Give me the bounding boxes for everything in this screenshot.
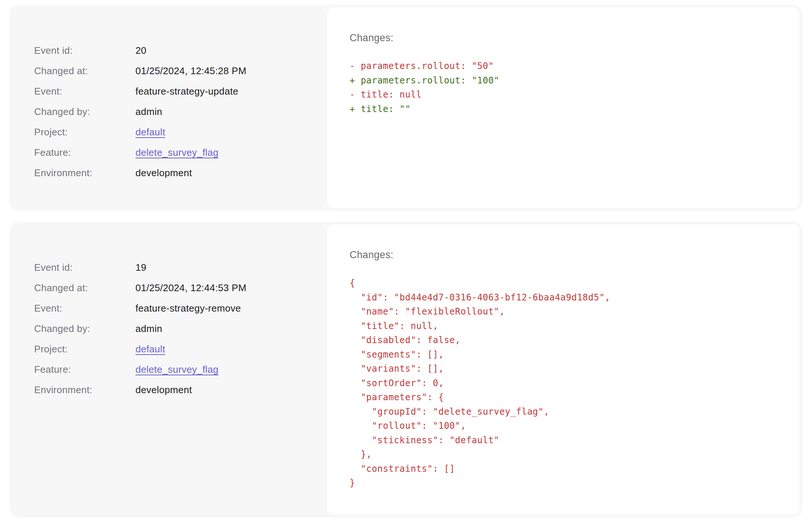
detail-value-link[interactable]: default [135,127,165,137]
changes-panel: Changes: { "id": "bd44e4d7-0316-4063-bf1… [327,224,799,514]
detail-label: Event id: [34,46,135,55]
detail-label: Changed by: [34,107,135,116]
event-details-panel: Event id:19Changed at:01/25/2024, 12:44:… [13,224,327,514]
detail-row: Changed by:admin [34,107,312,116]
detail-value: 20 [135,46,147,55]
detail-row: Environment:development [34,385,312,395]
detail-value-link[interactable]: delete_survey_flag [135,365,219,374]
detail-label: Event id: [34,263,135,272]
code-line-removed: "segments": [], [350,348,777,362]
code-line-removed: "name": "flexibleRollout", [350,305,777,319]
changes-heading: Changes: [350,33,777,43]
event-details-panel: Event id:20Changed at:01/25/2024, 12:45:… [13,7,327,208]
detail-label: Project: [34,344,135,354]
code-line-removed: "disabled": false, [350,333,777,348]
code-line-added: + title: "" [350,102,777,116]
code-line-removed: "groupId": "delete_survey_flag", [350,405,777,419]
code-line-removed: - parameters.rollout: "50" [350,59,777,73]
changes-heading: Changes: [350,250,777,260]
detail-label: Event: [34,303,135,313]
code-line-removed: "sortOrder": 0, [350,376,777,391]
detail-row: Project:default [34,127,312,137]
detail-label: Environment: [34,385,135,395]
detail-value: development [135,385,192,395]
detail-label: Changed by: [34,324,135,333]
detail-row: Event:feature-strategy-remove [34,303,312,313]
code-line-removed: "constraints": [] [350,462,777,476]
detail-row: Feature:delete_survey_flag [34,148,312,157]
event-card: Event id:20Changed at:01/25/2024, 12:45:… [10,5,802,211]
detail-label: Event: [34,86,135,96]
event-card: Event id:19Changed at:01/25/2024, 12:44:… [10,222,802,517]
detail-row: Changed by:admin [34,324,312,333]
changes-panel: Changes: - parameters.rollout: "50"+ par… [327,7,799,208]
detail-value: 01/25/2024, 12:44:53 PM [135,283,246,293]
detail-label: Feature: [34,148,135,157]
event-log: Event id:20Changed at:01/25/2024, 12:45:… [0,0,812,517]
code-line-removed: "rollout": "100", [350,419,777,433]
detail-value-link[interactable]: delete_survey_flag [135,148,219,157]
code-line-removed: "stickiness": "default" [350,433,777,448]
detail-value: admin [135,324,162,333]
code-line-removed: }, [350,447,777,462]
detail-value: development [135,168,192,178]
detail-value: admin [135,107,162,116]
code-line-removed: - title: null [350,88,777,102]
detail-row: Environment:development [34,168,312,178]
detail-value: feature-strategy-remove [135,303,241,313]
changes-code: { "id": "bd44e4d7-0316-4063-bf12-6baa4a9… [350,276,777,490]
code-line-removed: "variants": [], [350,362,777,376]
code-line-removed: } [350,476,777,490]
changes-code: - parameters.rollout: "50"+ parameters.r… [350,59,777,116]
code-line-added: + parameters.rollout: "100" [350,73,777,88]
detail-value: feature-strategy-update [135,86,238,96]
code-line-removed: "title": null, [350,319,777,333]
code-line-removed: "parameters": { [350,390,777,405]
detail-row: Event id:20 [34,46,312,55]
detail-label: Project: [34,127,135,137]
detail-value: 01/25/2024, 12:45:28 PM [135,66,246,76]
detail-row: Event id:19 [34,263,312,272]
detail-row: Event:feature-strategy-update [34,86,312,96]
detail-row: Changed at:01/25/2024, 12:45:28 PM [34,66,312,76]
detail-row: Feature:delete_survey_flag [34,365,312,374]
detail-label: Feature: [34,365,135,374]
detail-label: Environment: [34,168,135,178]
detail-row: Project:default [34,344,312,354]
code-line-removed: { [350,276,777,290]
detail-value-link[interactable]: default [135,344,165,354]
detail-value: 19 [135,263,147,272]
detail-label: Changed at: [34,283,135,293]
detail-row: Changed at:01/25/2024, 12:44:53 PM [34,283,312,293]
detail-label: Changed at: [34,66,135,76]
code-line-removed: "id": "bd44e4d7-0316-4063-bf12-6baa4a9d1… [350,290,777,305]
